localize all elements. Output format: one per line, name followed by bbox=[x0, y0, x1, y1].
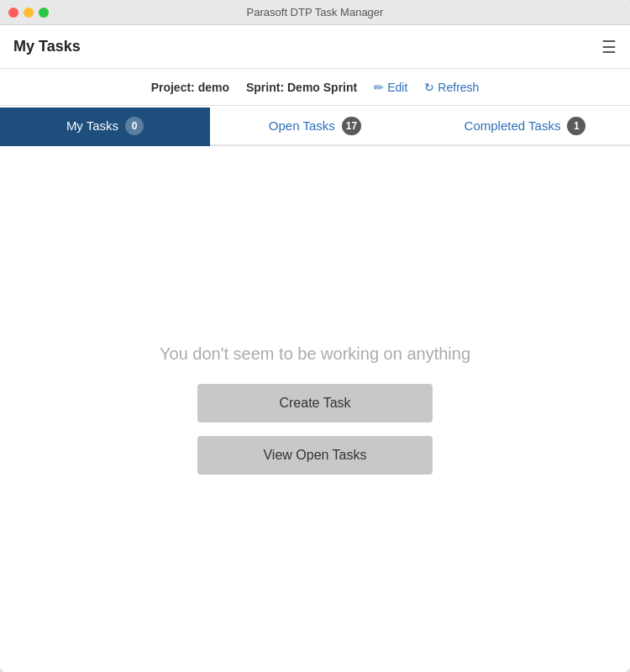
tab-open-tasks[interactable]: Open Tasks 17 bbox=[210, 108, 420, 146]
tab-completed-tasks[interactable]: Completed Tasks 1 bbox=[420, 108, 630, 146]
sprint-info: Sprint: Demo Sprint bbox=[246, 81, 357, 94]
project-value: demo bbox=[198, 81, 229, 94]
tab-completed-tasks-badge: 1 bbox=[567, 117, 585, 135]
tab-my-tasks-badge: 0 bbox=[125, 117, 144, 135]
edit-label: Edit bbox=[387, 81, 407, 94]
tab-my-tasks-label: My Tasks bbox=[66, 118, 118, 133]
maximize-button[interactable] bbox=[39, 8, 49, 18]
sprint-label: Sprint: bbox=[246, 81, 284, 94]
sprint-value: Demo Sprint bbox=[287, 81, 357, 94]
window-title: Parasoft DTP Task Manager bbox=[247, 6, 384, 18]
refresh-button[interactable]: ↻ Refresh bbox=[424, 81, 479, 94]
tabs-bar: My Tasks 0 Open Tasks 17 Completed Tasks… bbox=[0, 106, 630, 146]
app-header: My Tasks ☰ bbox=[0, 25, 630, 69]
project-bar: Project: demo Sprint: Demo Sprint ✏ Edit… bbox=[0, 69, 630, 106]
refresh-icon: ↻ bbox=[424, 81, 434, 94]
empty-state-message: You don't seem to be working on anything bbox=[160, 344, 470, 364]
project-label: Project: bbox=[151, 81, 195, 94]
refresh-label: Refresh bbox=[438, 81, 479, 94]
main-content: You don't seem to be working on anything… bbox=[0, 146, 630, 672]
tab-completed-tasks-label: Completed Tasks bbox=[465, 118, 561, 133]
hamburger-menu-icon[interactable]: ☰ bbox=[601, 39, 617, 55]
title-bar: Parasoft DTP Task Manager bbox=[0, 0, 630, 25]
create-task-button[interactable]: Create Task bbox=[197, 384, 433, 423]
page-title: My Tasks bbox=[13, 38, 81, 55]
tab-my-tasks[interactable]: My Tasks 0 bbox=[0, 108, 210, 146]
tab-open-tasks-badge: 17 bbox=[342, 117, 361, 135]
window-controls bbox=[8, 8, 49, 18]
view-open-tasks-button[interactable]: View Open Tasks bbox=[197, 436, 433, 475]
close-button[interactable] bbox=[8, 8, 18, 18]
app-window: Parasoft DTP Task Manager My Tasks ☰ Pro… bbox=[0, 0, 630, 672]
edit-button[interactable]: ✏ Edit bbox=[374, 81, 407, 94]
tab-open-tasks-label: Open Tasks bbox=[269, 118, 335, 133]
project-info: Project: demo bbox=[151, 81, 229, 94]
edit-icon: ✏ bbox=[374, 81, 384, 94]
minimize-button[interactable] bbox=[24, 8, 34, 18]
